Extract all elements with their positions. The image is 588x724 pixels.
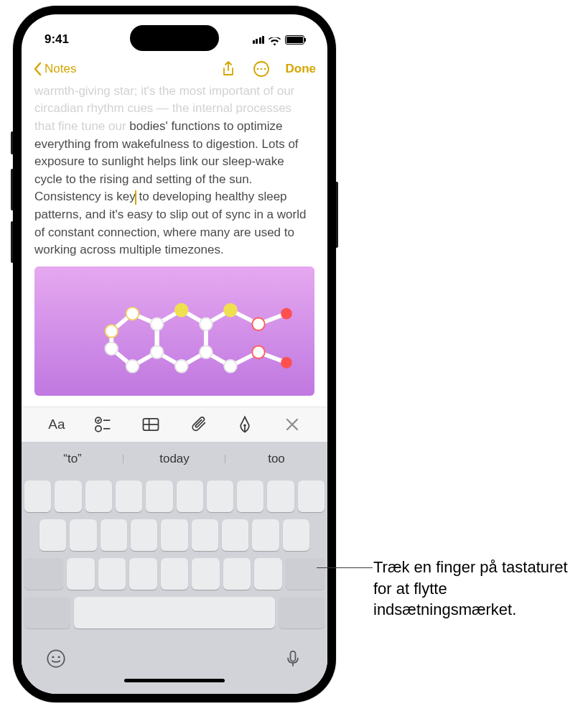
- svg-point-35: [244, 424, 247, 427]
- ellipsis-circle-icon: [253, 60, 270, 78]
- dynamic-island: [130, 25, 219, 51]
- svg-point-21: [175, 360, 188, 373]
- key-blank[interactable]: [192, 558, 220, 590]
- pen-tip-icon: [235, 414, 255, 435]
- svg-point-15: [151, 346, 164, 359]
- volume-up-button: [11, 169, 13, 210]
- key-blank[interactable]: [298, 481, 325, 512]
- home-indicator[interactable]: [124, 679, 225, 682]
- svg-point-17: [105, 343, 118, 356]
- key-blank[interactable]: [207, 481, 233, 512]
- back-label: Notes: [45, 62, 76, 76]
- key-blank[interactable]: [55, 481, 81, 512]
- svg-point-20: [200, 346, 213, 359]
- key-blank[interactable]: [223, 558, 251, 590]
- key-blank[interactable]: [161, 558, 189, 590]
- share-icon: [220, 60, 237, 78]
- phone-frame: 9:41 Notes: [13, 6, 336, 702]
- suggestion-3[interactable]: too: [225, 452, 327, 466]
- svg-point-38: [52, 656, 54, 658]
- share-button[interactable]: [220, 60, 237, 78]
- key-shift[interactable]: [24, 558, 63, 590]
- key-blank[interactable]: [116, 481, 142, 512]
- key-blank[interactable]: [192, 519, 218, 551]
- key-blank[interactable]: [283, 519, 309, 551]
- svg-point-24: [224, 360, 237, 373]
- status-right: [253, 35, 305, 45]
- molecule-illustration: [34, 266, 314, 396]
- screen: 9:41 Notes: [22, 14, 327, 694]
- close-icon: [282, 414, 302, 435]
- key-return[interactable]: [279, 597, 325, 628]
- key-blank[interactable]: [24, 481, 51, 512]
- svg-marker-5: [157, 310, 206, 366]
- svg-point-39: [58, 656, 60, 658]
- key-blank[interactable]: [267, 481, 294, 512]
- key-blank[interactable]: [85, 481, 112, 512]
- note-content-area[interactable]: sunlight has grown. The sun is more than…: [22, 85, 327, 407]
- suggestion-2[interactable]: today: [123, 452, 225, 466]
- emoji-button[interactable]: [46, 649, 66, 669]
- key-blank[interactable]: [131, 519, 157, 551]
- done-button[interactable]: Done: [286, 62, 317, 76]
- markup-button[interactable]: [235, 414, 255, 435]
- checklist-button[interactable]: [93, 414, 113, 435]
- close-toolbar-button[interactable]: [282, 414, 302, 435]
- callout-text: Træk en finger på tastaturet for at flyt…: [373, 557, 574, 621]
- svg-point-30: [95, 426, 101, 432]
- svg-point-19: [200, 318, 213, 331]
- key-space[interactable]: [74, 597, 276, 628]
- table-icon: [141, 414, 161, 435]
- table-button[interactable]: [141, 414, 161, 435]
- more-button[interactable]: [253, 60, 270, 78]
- key-blank[interactable]: [161, 519, 187, 551]
- key-blank[interactable]: [39, 519, 66, 551]
- suggestion-bar: “to” today too: [22, 442, 327, 476]
- svg-point-14: [151, 318, 164, 331]
- status-time: 9:41: [45, 32, 69, 47]
- svg-point-27: [281, 357, 292, 368]
- text-format-button[interactable]: Aa: [47, 414, 67, 435]
- back-button[interactable]: Notes: [33, 62, 76, 76]
- svg-point-37: [47, 650, 64, 667]
- paperclip-icon: [188, 414, 208, 435]
- key-blank[interactable]: [98, 558, 126, 590]
- key-blank[interactable]: [222, 519, 248, 551]
- svg-point-23: [252, 318, 265, 331]
- svg-point-3: [263, 68, 266, 70]
- svg-point-26: [281, 308, 292, 320]
- keyboard-trackpad-mode[interactable]: [22, 476, 327, 694]
- text-cursor: [135, 190, 136, 205]
- key-backspace[interactable]: [286, 558, 325, 590]
- key-blank[interactable]: [237, 481, 263, 512]
- svg-point-13: [126, 307, 139, 320]
- checklist-icon: [93, 414, 113, 435]
- svg-point-22: [223, 303, 238, 317]
- key-blank[interactable]: [101, 519, 127, 551]
- navigation-bar: Notes Done: [22, 53, 327, 85]
- key-123[interactable]: [24, 597, 70, 628]
- svg-point-18: [174, 303, 189, 317]
- chevron-left-icon: [33, 62, 42, 76]
- key-blank[interactable]: [177, 481, 203, 512]
- emoji-icon: [46, 649, 66, 669]
- svg-point-12: [105, 325, 118, 338]
- key-blank[interactable]: [252, 519, 279, 551]
- volume-down-button: [11, 221, 13, 263]
- suggestion-1[interactable]: “to”: [22, 452, 123, 466]
- key-blank[interactable]: [129, 558, 157, 590]
- silence-switch: [11, 131, 13, 154]
- note-embedded-image[interactable]: [34, 266, 314, 396]
- key-blank[interactable]: [254, 558, 282, 590]
- key-blank[interactable]: [146, 481, 172, 512]
- svg-marker-4: [111, 314, 157, 366]
- key-blank[interactable]: [67, 558, 95, 590]
- format-toolbar: Aa: [22, 407, 327, 442]
- attachment-button[interactable]: [188, 414, 208, 435]
- battery-icon: [285, 35, 304, 45]
- svg-rect-40: [291, 651, 296, 662]
- key-blank[interactable]: [70, 519, 96, 551]
- dictation-button[interactable]: [283, 649, 303, 669]
- svg-point-1: [256, 68, 258, 70]
- note-text[interactable]: sunlight has grown. The sun is more than…: [34, 85, 314, 259]
